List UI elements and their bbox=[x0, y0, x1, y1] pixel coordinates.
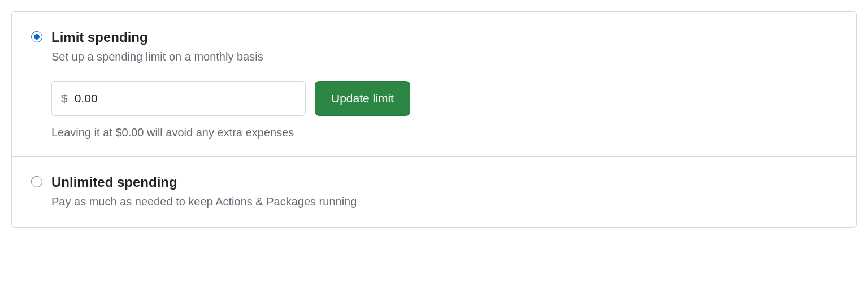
spending-limit-card: Limit spending Set up a spending limit o… bbox=[11, 11, 857, 228]
radio-wrap bbox=[31, 29, 42, 45]
option-text: Limit spending Set up a spending limit o… bbox=[51, 29, 837, 65]
currency-symbol: $ bbox=[61, 92, 68, 105]
option-text: Unlimited spending Pay as much as needed… bbox=[51, 174, 837, 210]
spending-limit-hint: Leaving it at $0.00 will avoid any extra… bbox=[51, 126, 837, 139]
option-header: Unlimited spending Pay as much as needed… bbox=[31, 174, 837, 210]
spending-limit-input-group: $ bbox=[51, 81, 306, 116]
radio-wrap bbox=[31, 174, 42, 190]
update-limit-button[interactable]: Update limit bbox=[315, 81, 410, 116]
limit-spending-radio[interactable] bbox=[31, 31, 42, 42]
option-header: Limit spending Set up a spending limit o… bbox=[31, 29, 837, 65]
unlimited-spending-description: Pay as much as needed to keep Actions & … bbox=[51, 193, 837, 210]
unlimited-spending-option: Unlimited spending Pay as much as needed… bbox=[12, 156, 856, 227]
spending-limit-input[interactable] bbox=[75, 92, 296, 105]
unlimited-spending-title: Unlimited spending bbox=[51, 174, 837, 191]
limit-controls: $ Update limit Leaving it at $0.00 will … bbox=[51, 81, 837, 139]
limit-spending-option: Limit spending Set up a spending limit o… bbox=[12, 12, 856, 156]
limit-spending-title: Limit spending bbox=[51, 29, 837, 46]
limit-spending-description: Set up a spending limit on a monthly bas… bbox=[51, 48, 837, 65]
unlimited-spending-radio[interactable] bbox=[31, 176, 42, 187]
input-row: $ Update limit bbox=[51, 81, 837, 116]
